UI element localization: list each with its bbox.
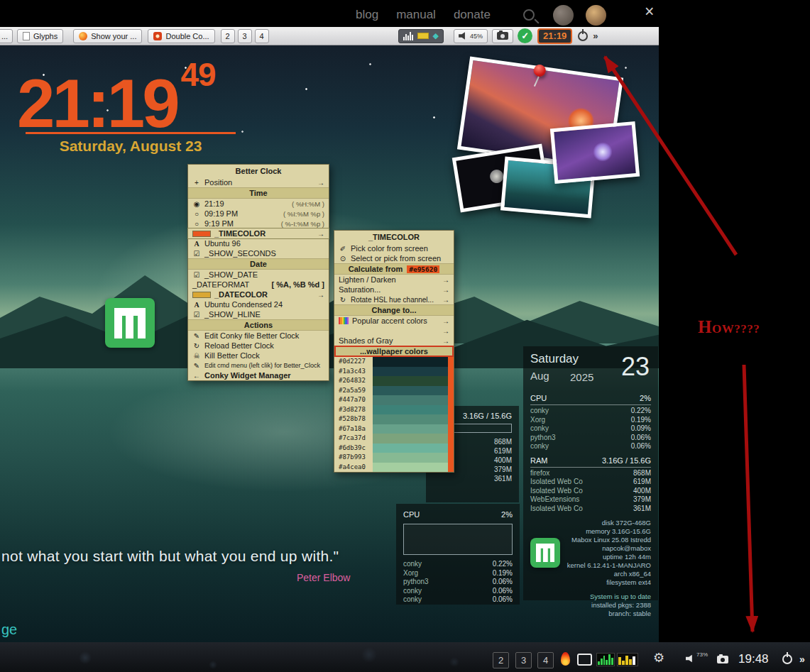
menu-item-reload[interactable]: ↻ Reload Better Clock bbox=[188, 341, 329, 351]
wallpaper-color-option[interactable]: #0d2227 bbox=[334, 357, 454, 367]
menu-item-widget-manager[interactable]: ← Conky Widget Manager bbox=[188, 370, 329, 380]
radio-icon: ○ bbox=[192, 220, 201, 228]
menu-section-wallpaper-colors: ...wallpaper colors bbox=[334, 346, 454, 357]
wallpaper-color-option[interactable]: #87b993 bbox=[334, 453, 454, 463]
menu-item-time-format-2[interactable]: ○ 09:19 PM ( %I:%M %p ) bbox=[188, 209, 329, 219]
power-icon[interactable] bbox=[782, 654, 792, 664]
app-icon bbox=[153, 32, 162, 40]
wallpaper-color-option[interactable]: #a4cea0 bbox=[334, 463, 454, 473]
menu-title: Better Clock bbox=[188, 165, 329, 177]
quote-author: Peter Elbow bbox=[297, 572, 350, 583]
update-ok-icon[interactable]: ✓ bbox=[518, 28, 532, 43]
cpu-graph-applet[interactable] bbox=[596, 653, 615, 666]
document-icon bbox=[23, 32, 30, 40]
menu-item-edit-cmd[interactable]: ✎ Edit cmd menu (left clik) for Better_C… bbox=[188, 360, 329, 370]
meter-graph-applet[interactable] bbox=[617, 653, 638, 666]
submenu-arrow-icon: → bbox=[317, 230, 324, 238]
menu-item-rotate-hsl[interactable]: ↻ Rotate HSL hue channel... → bbox=[334, 294, 454, 304]
back-arrow-icon: ← bbox=[192, 372, 201, 380]
menu-item-select-color[interactable]: ⊙ Select or pick from screen bbox=[334, 253, 454, 263]
expand-icon[interactable]: » bbox=[593, 31, 598, 41]
wallpaper-color-option[interactable]: #6db39c bbox=[334, 444, 454, 453]
clock-underline bbox=[26, 132, 236, 134]
menu-item-dateformat[interactable]: _DATEFORMAT [ %A, %B %d ] bbox=[188, 280, 329, 290]
camera-icon[interactable] bbox=[717, 656, 728, 663]
menu-item-saturation[interactable]: Saturation... → bbox=[334, 285, 454, 294]
workspace-button-4[interactable]: 4 bbox=[255, 29, 269, 43]
photo-cat bbox=[550, 121, 640, 184]
avatar[interactable] bbox=[553, 5, 574, 26]
menu-item-position[interactable]: + Position → bbox=[188, 177, 329, 187]
window-tab-double-co[interactable]: Double Co... bbox=[148, 29, 214, 43]
expand-icon[interactable]: » bbox=[799, 654, 805, 665]
conky-better-clock: 21:1949 bbox=[17, 55, 216, 138]
workspace-button-2[interactable]: 2 bbox=[221, 29, 235, 43]
wallpaper-color-option[interactable]: #447a70 bbox=[334, 395, 454, 405]
menu-item-lighten-darken[interactable]: Lighten / Darken → bbox=[334, 275, 454, 285]
window-tab-overflow[interactable]: ... bbox=[0, 29, 13, 43]
screenshot-image: ... Glyphs Show your ... Double Co... 2 … bbox=[0, 27, 659, 642]
wallpaper-color-option[interactable]: #528b78 bbox=[334, 414, 454, 424]
better-clock-menu: Better Clock + Position → Time ◉ 21:19 (… bbox=[187, 164, 329, 381]
checkbox-checked-icon: ☑ bbox=[192, 311, 201, 319]
volume-button[interactable]: 73% bbox=[686, 654, 708, 663]
menu-item-time-format-1[interactable]: ◉ 21:19 ( %H:%M ) bbox=[188, 199, 329, 209]
screenshot-button[interactable] bbox=[492, 29, 513, 43]
eyedropper-icon: ✐ bbox=[339, 245, 347, 253]
close-icon[interactable]: × bbox=[645, 2, 654, 21]
corner-label: ge bbox=[1, 622, 17, 638]
submenu-arrow-icon: → bbox=[442, 276, 449, 284]
wallpaper-color-option[interactable]: #2a5a59 bbox=[334, 386, 454, 396]
menu-item-gtk-colors[interactable]: → bbox=[334, 326, 454, 336]
menu-item-date-font[interactable]: A Ubuntu Condensed 24 bbox=[188, 299, 329, 309]
menu-item-time-font[interactable]: A Ubuntu 96 bbox=[188, 238, 329, 248]
workspace-button-3[interactable]: 3 bbox=[238, 29, 252, 43]
search-icon[interactable] bbox=[523, 9, 535, 21]
menu-item-timecolor[interactable]: _TIMECOLOR → bbox=[188, 228, 329, 238]
menu-item-datecolor[interactable]: _DATECOLOR → bbox=[188, 290, 329, 299]
menu-item-shades-gray[interactable]: Shades of Gray → bbox=[334, 336, 454, 346]
camera-icon bbox=[497, 32, 508, 40]
reload-icon: ↻ bbox=[192, 342, 201, 350]
nav-link-manual[interactable]: manual bbox=[396, 8, 436, 22]
nav-link-donate[interactable]: donate bbox=[454, 8, 491, 22]
power-icon[interactable] bbox=[578, 31, 588, 41]
wallpaper-color-option[interactable]: #3d8278 bbox=[334, 405, 454, 415]
pencil-icon: ✎ bbox=[192, 332, 201, 340]
nav-link-blog[interactable]: blog bbox=[356, 8, 378, 22]
clock-seconds: 49 bbox=[181, 56, 216, 93]
wallpaper-color-option[interactable]: #1a3c43 bbox=[334, 367, 454, 377]
datecolor-swatch bbox=[192, 292, 211, 298]
window-tab-glyphs[interactable]: Glyphs bbox=[17, 29, 63, 43]
launcher-flame-icon[interactable] bbox=[561, 652, 570, 666]
system-tray[interactable]: ◆ bbox=[398, 29, 444, 43]
wallpaper-color-option[interactable]: #67a18a bbox=[334, 424, 454, 434]
menu-section-date: Date bbox=[188, 258, 329, 270]
menu-item-time-format-3[interactable]: ○ 9:19 PM ( %-I:%M %p ) bbox=[188, 219, 329, 228]
edit-icon: ✎ bbox=[192, 362, 201, 370]
color-chip: #e95620 bbox=[407, 265, 439, 273]
panel-clock[interactable]: 21:19 bbox=[537, 28, 572, 44]
window-tab-show-your[interactable]: Show your ... bbox=[73, 29, 142, 43]
wallpaper-color-option[interactable]: #7ca37d bbox=[334, 434, 454, 444]
workspace-button-3[interactable]: 3 bbox=[515, 652, 532, 668]
menu-item-pick-color[interactable]: ✐ Pick color from screen bbox=[334, 243, 454, 253]
menu-item-show-hline[interactable]: ☑ _SHOW_HLINE bbox=[188, 309, 329, 319]
menu-item-show-date[interactable]: ☑ _SHOW_DATE bbox=[188, 270, 329, 280]
workspace-button-2[interactable]: 2 bbox=[493, 652, 509, 668]
window-icon[interactable] bbox=[577, 654, 592, 666]
menu-item-show-seconds[interactable]: ☑ _SHOW_SECONDS bbox=[188, 248, 329, 258]
wallpaper-color-option[interactable]: #264832 bbox=[334, 376, 454, 386]
taskbar-clock[interactable]: 19:48 bbox=[738, 652, 769, 666]
move-icon: + bbox=[192, 179, 201, 187]
menu-item-edit-conky[interactable]: ✎ Edit Conky file Better Clock bbox=[188, 331, 329, 341]
menu-item-calculate-from[interactable]: Calculate from #e95620 bbox=[334, 263, 454, 275]
volume-button[interactable]: 45% bbox=[454, 29, 488, 43]
workspace-button-4[interactable]: 4 bbox=[537, 652, 554, 668]
cpu-graph-box bbox=[403, 524, 513, 555]
gear-icon[interactable]: ⚙ bbox=[653, 650, 664, 666]
menu-item-accent-colors[interactable]: Popular accent colors → bbox=[334, 316, 454, 326]
avatar[interactable] bbox=[586, 5, 606, 26]
menu-item-kill[interactable]: ☠ Kill Better Clock bbox=[188, 351, 329, 360]
submenu-arrow-icon: → bbox=[442, 286, 449, 294]
